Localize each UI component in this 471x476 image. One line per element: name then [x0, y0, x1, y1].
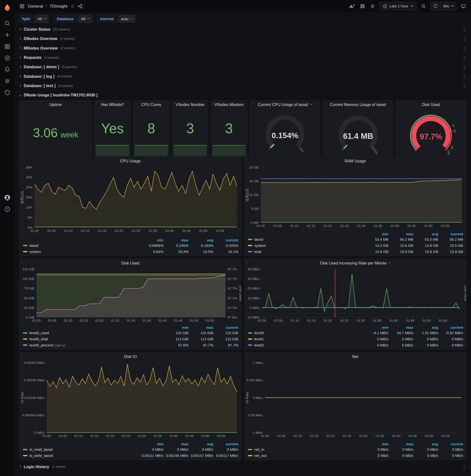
panel-info-icon[interactable]: i — [247, 260, 247, 264]
ram-usage-legend[interactable]: minmaxavgcurrenttaosd53.4 MB56.2 MB53.5 … — [244, 232, 466, 256]
row-drag-handle[interactable]: ⣿ — [463, 36, 466, 41]
dashboard-row-dnode-usage[interactable]: DNode Usage [ huolinhe-TM1701:6030 ] — [19, 91, 467, 99]
chevron-down-icon — [411, 5, 413, 7]
disk-used-plot[interactable]: 0 GiB97.6%25 GiB97.7%50 GiB97.7%75 GiB97… — [19, 267, 241, 323]
row-drag-handle[interactable]: ⣿ — [463, 27, 466, 31]
disk-rate-legend[interactable]: minmaxavgcurrentlevel0-4.1 MB/s34.7 MB/s… — [244, 325, 466, 349]
panel-info-icon[interactable]: i — [22, 260, 22, 264]
kiosk-mode-button[interactable] — [460, 3, 467, 9]
svg-text:01:30: 01:30 — [138, 434, 146, 438]
zoom-out-button[interactable] — [420, 3, 427, 9]
row-drag-handle[interactable]: ⣿ — [463, 55, 466, 60]
row-drag-handle[interactable]: ⣿ — [463, 464, 466, 469]
disk-used-gauge[interactable]: 758095100097.7% — [396, 108, 466, 157]
memory-usage-gauge[interactable]: 01638461.4 MB — [323, 108, 393, 157]
variable-database[interactable]: Database All — [54, 15, 92, 23]
alerting-icon[interactable] — [4, 66, 11, 73]
row-drag-handle[interactable]: ⣿ — [463, 84, 466, 88]
panel-info-icon[interactable]: i — [247, 158, 247, 162]
disk-io-plot[interactable]: 0 MB/s0.000500 MB/s0.00100 MB/s0.00150 M… — [19, 360, 241, 439]
chart-row-2: iDisk Used 0 GiB97.6%25 GiB97.7%50 GiB97… — [19, 259, 467, 350]
chevron-down-icon — [131, 17, 133, 20]
panel-info-icon[interactable]: i — [22, 158, 22, 162]
configuration-gear-icon[interactable] — [4, 78, 11, 85]
dashboard-row-requests[interactable]: Requests(4 panels)⣿ — [19, 53, 467, 61]
dashboard-row-database-test[interactable]: Database: [ test ](5 panels)⣿ — [19, 82, 467, 89]
row-drag-handle[interactable]: ⣿ — [463, 65, 466, 69]
panel-info-icon[interactable]: i — [213, 102, 214, 105]
variable-fqdn[interactable]: fqdn All — [19, 15, 49, 23]
dashboard-settings-button[interactable] — [370, 3, 376, 9]
dashboard-row-login-history[interactable]: Login History(1 panel)⣿ — [19, 462, 467, 470]
disk-io-legend[interactable]: minmaxavgcurrentio_read_taosd0 MB/s0 MB/… — [19, 442, 241, 460]
panel-info-icon[interactable]: i — [22, 102, 22, 105]
panel-title: CPU Usage — [120, 158, 141, 163]
panel-info-icon[interactable]: i — [135, 102, 136, 105]
chevron-right-icon — [19, 56, 21, 59]
variable-value-dropdown[interactable]: All — [78, 15, 92, 23]
sidebar: ? — [0, 0, 15, 476]
svg-text:01:15: 01:15 — [81, 229, 89, 233]
panel-info-icon[interactable]: i — [325, 102, 326, 105]
search-icon[interactable] — [4, 20, 11, 27]
net-legend[interactable]: minmaxavgcurrentnet_in0 Mb/s0 Mb/s0 Mb/s… — [244, 442, 466, 460]
svg-text:0 Mb/s: 0 Mb/s — [253, 396, 263, 400]
save-dashboard-button[interactable] — [359, 3, 366, 9]
row-drag-handle[interactable]: ⣿ — [463, 74, 466, 79]
cpu-usage-plot[interactable]: 0%5%10%15%20%25%30%01:0001:0501:1001:150… — [19, 165, 241, 234]
row-title: Cluster Status — [24, 27, 50, 31]
server-admin-shield-icon[interactable] — [4, 89, 11, 96]
row-drag-handle[interactable]: ⣿ — [463, 46, 466, 50]
svg-text:0.00100 MB/s: 0.00100 MB/s — [24, 396, 45, 400]
grafana-logo[interactable] — [0, 0, 15, 16]
dashboard-row-mnodes-overview[interactable]: MNodes Overview(2 panels)⣿ — [19, 44, 467, 52]
svg-text:01:50: 01:50 — [190, 319, 198, 323]
svg-text:01:55: 01:55 — [441, 434, 450, 438]
breadcrumb-folder[interactable]: General — [28, 4, 43, 9]
svg-text:5%: 5% — [28, 216, 33, 219]
refresh-interval-picker[interactable]: 30s — [441, 2, 456, 10]
dashboard-row-database-log[interactable]: Database: [ log ](5 panels)⣿ — [19, 72, 467, 80]
panel-info-icon[interactable]: i — [96, 102, 97, 105]
svg-text:01:50: 01:50 — [422, 319, 431, 323]
variable-interval[interactable]: Interval auto — [97, 15, 135, 23]
variable-value-dropdown[interactable]: All — [34, 15, 49, 23]
variable-value-dropdown[interactable]: auto — [118, 15, 135, 23]
help-icon[interactable]: ? — [4, 206, 11, 212]
panel-info-icon[interactable]: i — [252, 102, 253, 105]
explore-icon[interactable] — [4, 55, 11, 61]
panel-title: Disk IO — [124, 354, 137, 359]
net-plot[interactable]: -1 Mb/s-0.50 Mb/s0 Mb/s0.500 Mb/s1 Mb/s0… — [244, 360, 466, 439]
panel-title: Disk Used — [121, 261, 139, 265]
dashboard-row-cluster-status[interactable]: Cluster Status(21 panels)⣿ — [19, 25, 467, 33]
user-avatar[interactable] — [4, 194, 11, 201]
variables-bar: fqdn All Database All Interval auto — [15, 12, 471, 24]
cpu-cores-value: 8 — [133, 108, 169, 149]
variable-value: auto — [121, 17, 128, 21]
panel-info-icon[interactable]: i — [22, 354, 22, 357]
panel-info-icon[interactable]: i — [174, 102, 175, 105]
dashboard-row-database-demo[interactable]: Database: [ demo ](5 panels)⣿ — [19, 63, 467, 71]
svg-text:01:20: 01:20 — [324, 224, 332, 228]
svg-text:100 GiB: 100 GiB — [22, 277, 34, 281]
add-panel-button[interactable] — [349, 3, 356, 9]
cpu-usage-legend[interactable]: minmaxavgcurrenttaosd0.0808%0.245%0.183%… — [19, 238, 241, 256]
panel-vnodes-number: iVNodes Number 3 — [172, 100, 208, 158]
disk-used-legend[interactable]: minmaxcurrentlevel0_used110 GiB110 GiB11… — [19, 325, 241, 349]
ram-usage-plot[interactable]: 0 MB5 GB10 GB15 GB20 GB01:0001:0501:1001… — [244, 165, 466, 229]
panel-info-icon[interactable]: i — [247, 354, 247, 357]
panel-info-icon[interactable]: i — [398, 102, 399, 105]
dashboards-icon[interactable] — [4, 43, 11, 50]
dashboard-row-dnodes-overview[interactable]: DNodes Overview(4 panels)⣿ — [19, 34, 467, 42]
stat-panels-row: iUptime 3.06week iHas MNode? Yes iCPU Co… — [19, 100, 467, 154]
breadcrumb-dashboard[interactable]: TDinsight — [50, 4, 67, 9]
star-icon[interactable]: ☆ — [70, 3, 74, 9]
panel-title: VNodes Masters — [214, 102, 244, 107]
create-icon[interactable] — [4, 32, 11, 38]
svg-text:0: 0 — [415, 149, 417, 152]
cpu-usage-gauge[interactable]: 01000.154% — [250, 108, 320, 157]
share-icon[interactable] — [77, 3, 84, 9]
disk-rate-plot[interactable]: -10 MB/s0 MB/s10 MB/s20 MB/s30 MB/s40 MB… — [244, 267, 466, 323]
time-range-picker[interactable]: Last 1 hour — [380, 2, 417, 10]
refresh-button[interactable] — [431, 2, 441, 10]
